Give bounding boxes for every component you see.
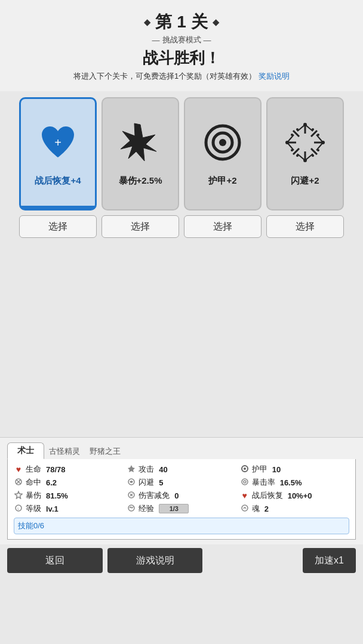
svg-point-23: [312, 128, 314, 131]
svg-point-21: [303, 123, 307, 126]
hit-icon: [14, 478, 23, 488]
skills-text: 技能0/6: [18, 521, 44, 530]
header: ◆ 第 1 关 ◆ — 挑战赛模式 — 战斗胜利！ 将进入下个关卡，可免费选择1…: [0, 0, 363, 91]
svg-point-26: [312, 154, 314, 157]
reward-card-2[interactable]: 暴伤+2.5%: [101, 97, 179, 210]
soul-label: 魂: [252, 503, 260, 514]
exp-icon: [127, 504, 136, 514]
stat-hp: ♥ 生命 78/78: [14, 464, 123, 475]
stats-grid: ♥ 生命 78/78 攻击 40 护甲 10: [14, 464, 349, 514]
dmg-reduce-icon: [127, 491, 136, 501]
speed-button[interactable]: 加速x1: [303, 548, 356, 573]
reward-link[interactable]: 奖励说明: [259, 72, 290, 80]
hit-label: 命中: [26, 477, 41, 488]
card-1-label: 战后恢复+4: [35, 175, 81, 187]
card-wrapper-3: 护甲+2 选择: [184, 97, 262, 238]
after-combat-value: 10%+0: [285, 491, 349, 500]
svg-line-10: [311, 148, 317, 154]
crit-rate-icon: [240, 478, 250, 488]
svg-marker-42: [15, 491, 22, 499]
svg-point-35: [244, 467, 246, 470]
armor-label: 护甲: [252, 464, 267, 475]
stat-exp: 经验 1/3: [127, 503, 236, 514]
svg-point-27: [285, 141, 289, 144]
stat-hit: 命中 6.2: [14, 477, 123, 488]
svg-point-32: [317, 149, 319, 151]
armor-icon: [240, 465, 250, 475]
svg-text:+: +: [54, 136, 61, 149]
select-btn-3[interactable]: 选择: [184, 215, 262, 238]
attack-label: 攻击: [139, 464, 154, 475]
hp-value: 78/78: [44, 465, 123, 474]
svg-point-41: [244, 481, 246, 483]
svg-text:L: L: [17, 507, 20, 510]
dmg-reduce-label: 伤害减免: [139, 490, 170, 501]
cards-area: + 战后恢复+4 选择 暴伤+2.5% 选择: [0, 91, 363, 246]
dodge-label: 闪避: [139, 477, 154, 488]
help-button[interactable]: 游戏说明: [107, 548, 203, 573]
empty-space: [0, 246, 363, 437]
stat-crit-dmg: 暴伤 81.5%: [14, 490, 123, 501]
level-text: 第 1 关: [155, 11, 207, 33]
card-3-label: 护甲+2: [208, 175, 236, 187]
level-stat-value: lv.1: [44, 504, 123, 513]
svg-point-40: [242, 479, 248, 485]
card-wrapper-2: 暴伤+2.5% 选择: [101, 97, 179, 238]
svg-line-9: [293, 131, 299, 137]
stat-soul: 魂 2: [240, 503, 349, 514]
stats-box: ♥ 生命 78/78 攻击 40 护甲 10: [7, 459, 356, 540]
back-button[interactable]: 返回: [7, 548, 103, 573]
stat-crit-rate: 暴击率 16.5%: [240, 477, 349, 488]
reward-card-3[interactable]: 护甲+2: [184, 97, 262, 210]
svg-point-22: [296, 128, 299, 131]
svg-line-12: [293, 148, 299, 154]
card-4-label: 闪避+2: [291, 175, 319, 187]
hp-icon: ♥: [14, 465, 23, 474]
card-wrapper-4: 闪避+2 选择: [266, 97, 344, 238]
svg-point-31: [317, 134, 319, 136]
crit-rate-label: 暴击率: [252, 477, 275, 488]
attack-icon: [127, 465, 136, 475]
card-wrapper-1: + 战后恢复+4 选择: [19, 97, 97, 238]
level-stat-label: 等级: [26, 503, 41, 514]
card-2-label: 暴伤+2.5%: [119, 175, 162, 187]
after-combat-icon: ♥: [240, 491, 250, 500]
svg-marker-1: [121, 123, 156, 161]
victory-text: 战斗胜利！: [6, 48, 357, 69]
soul-icon: [240, 504, 250, 514]
crit-dmg-label: 暴伤: [26, 490, 41, 501]
svg-point-47: [242, 505, 248, 511]
select-btn-4[interactable]: 选择: [266, 215, 344, 238]
exp-label: 经验: [139, 503, 154, 514]
svg-point-30: [321, 141, 325, 144]
stat-attack: 攻击 40: [127, 464, 236, 475]
reward-card-4[interactable]: 闪避+2: [266, 97, 344, 210]
dodge-value: 5: [156, 478, 236, 487]
select-btn-1[interactable]: 选择: [19, 215, 97, 238]
svg-point-24: [303, 159, 307, 162]
exp-value: 1/3: [156, 504, 236, 513]
armor-value: 10: [270, 465, 349, 474]
crit-dmg-value: 81.5%: [44, 491, 123, 500]
challenge-mode: — 挑战赛模式 —: [6, 35, 357, 45]
soul-value: 2: [262, 504, 349, 513]
stat-dodge: 闪避 5: [127, 477, 236, 488]
tab-sorcerer[interactable]: 术士: [7, 442, 44, 459]
card-1-icon: +: [37, 122, 79, 169]
reward-card-1[interactable]: + 战后恢复+4: [19, 97, 97, 210]
stat-after-combat: ♥ 战后恢复 10%+0: [240, 490, 349, 501]
hit-value: 6.2: [44, 478, 123, 487]
svg-point-25: [296, 154, 299, 157]
mode-text: 挑战赛模式: [162, 35, 201, 45]
bottom-panel: 术士 古怪精灵 野猪之王 ♥ 生命 78/78 攻击 40 护甲: [0, 437, 363, 577]
svg-point-29: [291, 149, 293, 151]
after-combat-label: 战后恢复: [252, 490, 283, 501]
hp-label: 生命: [26, 464, 41, 475]
subtitle-text: 将进入下个关卡，可免费选择1个奖励（对英雄有效） 奖励说明: [6, 71, 357, 82]
stat-armor: 护甲 10: [240, 464, 349, 475]
svg-point-4: [219, 139, 226, 146]
char-tabs: 术士 古怪精灵 野猪之王: [0, 442, 363, 459]
select-btn-2[interactable]: 选择: [101, 215, 179, 238]
svg-point-28: [291, 134, 293, 136]
card-2-icon: [119, 122, 161, 169]
